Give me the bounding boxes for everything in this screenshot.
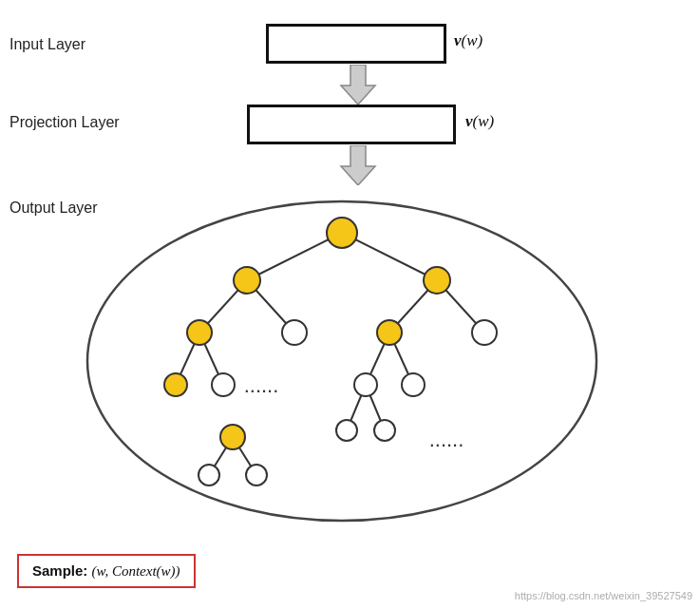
svg-point-19 [424,267,450,294]
svg-point-22 [377,320,402,345]
vw-input-label: v(w) [454,31,482,50]
projection-layer-label: Projection Layer [9,114,120,131]
svg-marker-0 [341,65,375,105]
svg-point-24 [164,373,187,396]
arrow-input-to-projection [339,65,377,105]
input-layer-label: Input Layer [9,36,85,53]
svg-point-23 [472,320,497,345]
svg-point-31 [199,465,219,485]
svg-point-32 [246,465,267,485]
svg-text:......: ...... [244,373,279,397]
watermark: https://blog.csdn.net/weixin_39527549 [515,590,692,601]
svg-marker-1 [341,145,375,185]
svg-point-26 [354,373,377,396]
svg-point-28 [336,420,357,441]
svg-point-29 [374,420,395,441]
svg-point-25 [212,373,235,396]
svg-text:......: ...... [429,428,464,451]
projection-box [247,105,456,144]
svg-point-2 [87,201,596,521]
svg-point-30 [220,425,245,449]
svg-point-27 [402,373,425,396]
sample-label: Sample: [32,562,87,579]
diagram-container: Input Layer Projection Layer Output Laye… [0,0,700,609]
vw-proj-label: v(w) [465,112,494,131]
svg-point-20 [187,320,212,345]
svg-point-18 [234,267,260,294]
sample-box: Sample: (w, Context(w)) [17,554,196,588]
arrow-projection-to-output [339,145,377,185]
svg-point-17 [327,218,357,248]
sample-math: (w, Context(w)) [92,563,180,579]
output-layer-ellipse: ...... ...... [76,185,608,527]
input-box [266,24,446,64]
svg-point-21 [282,320,307,345]
